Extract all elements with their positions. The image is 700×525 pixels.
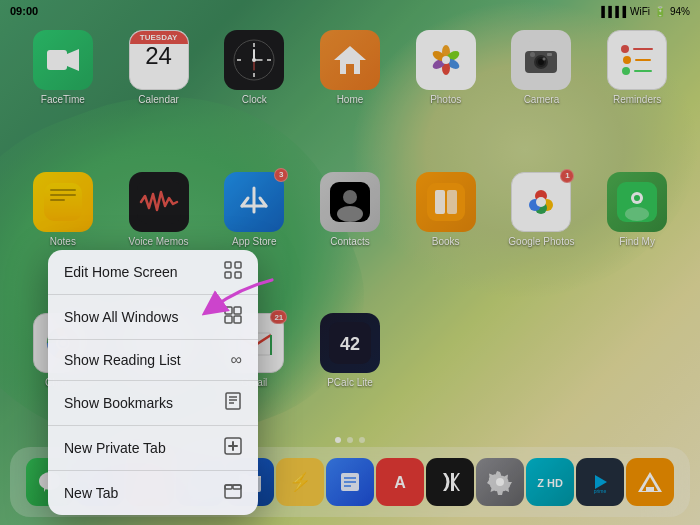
new-tab-icon (224, 482, 242, 504)
menu-label-edit-home: Edit Home Screen (64, 264, 178, 280)
svg-rect-109 (233, 485, 241, 489)
menu-label-reading-list: Show Reading List (64, 352, 181, 368)
menu-label-new-tab: New Tab (64, 485, 118, 501)
menu-bookmarks[interactable]: Show Bookmarks (48, 381, 258, 426)
menu-label-bookmarks: Show Bookmarks (64, 395, 173, 411)
svg-rect-108 (225, 485, 232, 489)
new-private-tab-icon (224, 437, 242, 459)
svg-rect-100 (226, 393, 240, 409)
menu-reading-list[interactable]: Show Reading List ∞ (48, 340, 258, 381)
menu-new-tab[interactable]: New Tab (48, 471, 258, 515)
arrow (200, 270, 280, 330)
menu-label-show-windows: Show All Windows (64, 309, 178, 325)
svg-rect-92 (225, 262, 231, 268)
svg-rect-93 (235, 262, 241, 268)
reading-list-icon: ∞ (231, 351, 242, 369)
menu-label-new-private-tab: New Private Tab (64, 440, 166, 456)
bookmarks-icon (224, 392, 242, 414)
menu-new-private-tab[interactable]: New Private Tab (48, 426, 258, 471)
